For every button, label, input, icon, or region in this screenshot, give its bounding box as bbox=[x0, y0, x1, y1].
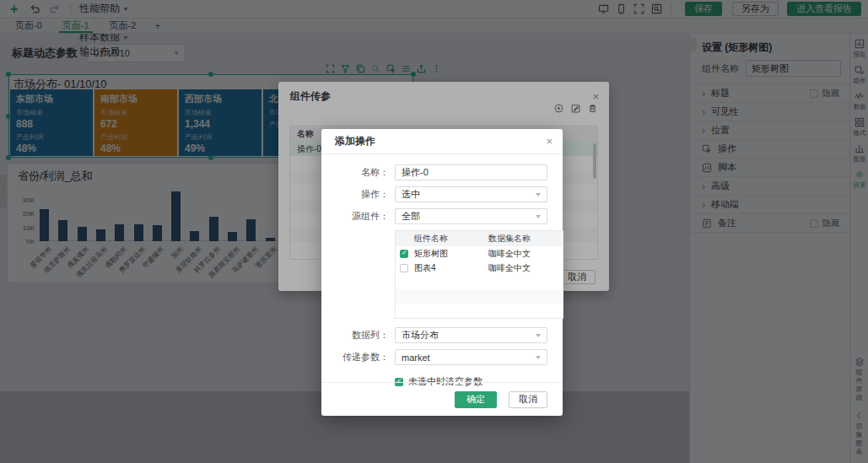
table-header-row: 组件名称数据集名称 bbox=[396, 231, 563, 246]
source-field-label: 源组件： bbox=[337, 210, 389, 223]
dialog-title: 添加操作 bbox=[335, 134, 375, 148]
component-name-cell: 图表4 bbox=[412, 262, 487, 274]
table-row[interactable]: 矩形树图咖啡全中文 bbox=[396, 246, 563, 261]
action-select[interactable]: 选中 bbox=[395, 186, 547, 202]
column-header: 组件名称 bbox=[412, 233, 487, 245]
close-icon[interactable]: × bbox=[546, 136, 553, 147]
checkbox-cell bbox=[396, 264, 412, 272]
dataset-name-cell: 咖啡全中文 bbox=[487, 248, 563, 260]
empty-row bbox=[396, 304, 563, 318]
checkbox-cell bbox=[396, 250, 412, 258]
data-column-select[interactable]: 市场分布 bbox=[395, 327, 547, 343]
source-component-select[interactable]: 全部 bbox=[395, 208, 547, 224]
chevron-down-icon bbox=[536, 215, 541, 218]
row-checkbox[interactable] bbox=[400, 264, 408, 272]
cancel-button[interactable]: 取消 bbox=[509, 391, 547, 408]
dataset-name-cell: 咖啡全中文 bbox=[487, 262, 563, 274]
pass-param-select[interactable]: market bbox=[395, 349, 547, 365]
action-field-label: 操作： bbox=[337, 188, 389, 201]
datacol-field-label: 数据列： bbox=[337, 329, 389, 342]
param-field-label: 传递参数： bbox=[337, 351, 389, 363]
column-header: 数据集名称 bbox=[487, 233, 563, 245]
add-action-dialog: 添加操作 × 名称： 操作-0 操作： 选中 源组件： 全部 组件名称数据集名称… bbox=[321, 129, 563, 416]
empty-row bbox=[396, 289, 563, 304]
name-field-label: 名称： bbox=[337, 166, 389, 179]
component-select-table[interactable]: 组件名称数据集名称矩形树图咖啡全中文图表4咖啡全中文 bbox=[395, 230, 563, 319]
chevron-down-icon bbox=[536, 356, 541, 359]
table-row[interactable]: 图表4咖啡全中文 bbox=[396, 261, 563, 275]
empty-row bbox=[396, 275, 563, 289]
component-name-cell: 矩形树图 bbox=[412, 248, 487, 260]
name-input[interactable]: 操作-0 bbox=[395, 164, 547, 180]
chevron-down-icon bbox=[536, 193, 541, 197]
row-checkbox[interactable] bbox=[400, 250, 408, 258]
chevron-down-icon bbox=[536, 334, 541, 337]
ok-button[interactable]: 确定 bbox=[455, 391, 497, 408]
